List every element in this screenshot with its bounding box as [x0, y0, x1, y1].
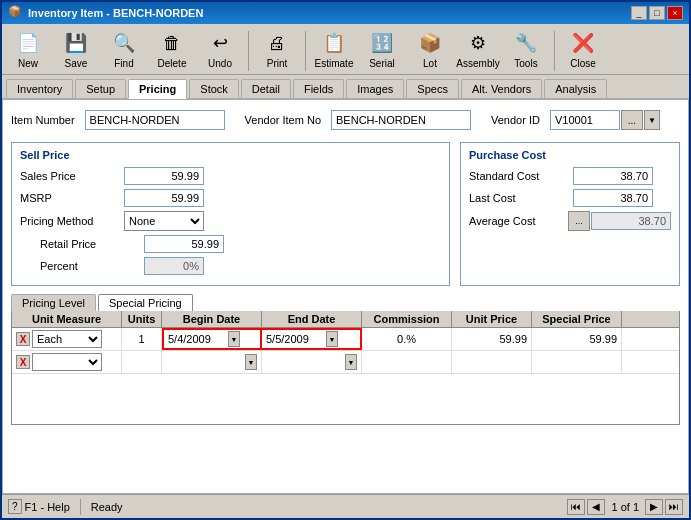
close-toolbar-icon: ❌: [569, 29, 597, 57]
lot-button[interactable]: 📦 Lot: [408, 27, 452, 71]
end-date-dropdown-1[interactable]: ▼: [326, 331, 338, 347]
sell-price-title: Sell Price: [20, 149, 441, 161]
nav-first-button[interactable]: ⏮: [567, 499, 585, 515]
begin-date-dropdown-1[interactable]: ▼: [228, 331, 240, 347]
msrp-row: MSRP: [20, 189, 441, 207]
separator-3: [554, 31, 555, 71]
new-icon: 📄: [14, 29, 42, 57]
sales-price-input[interactable]: [124, 167, 204, 185]
serial-button[interactable]: 🔢 Serial: [360, 27, 404, 71]
cell-measure-1: X Each: [12, 328, 122, 350]
tab-stock[interactable]: Stock: [189, 79, 239, 98]
row-delete-button-1[interactable]: X: [16, 332, 30, 346]
begin-date-input-1[interactable]: [168, 333, 228, 345]
serial-icon: 🔢: [368, 29, 396, 57]
item-number-label: Item Number: [11, 114, 75, 126]
tab-fields[interactable]: Fields: [293, 79, 344, 98]
inner-tab-bar: Pricing Level Special Pricing: [11, 294, 680, 311]
undo-button[interactable]: ↩ Undo: [198, 27, 242, 71]
tab-images[interactable]: Images: [346, 79, 404, 98]
cell-commission-2: [362, 351, 452, 373]
tab-detail[interactable]: Detail: [241, 79, 291, 98]
toolbar: 📄 New 💾 Save 🔍 Find 🗑 Delete ↩ Undo 🖨 Pr…: [2, 24, 689, 75]
header-unit-measure: Unit Measure: [12, 311, 122, 327]
table-row: X Each ▼ ▼ 0.%: [12, 328, 679, 351]
cell-begin-date-2: ▼: [162, 351, 262, 373]
tools-button[interactable]: 🔧 Tools: [504, 27, 548, 71]
header-end-date: End Date: [262, 311, 362, 327]
measure-select-2[interactable]: [32, 353, 102, 371]
pricing-method-select[interactable]: None: [124, 211, 204, 231]
nav-prev-button[interactable]: ◀: [587, 499, 605, 515]
inner-tab-pricing-level[interactable]: Pricing Level: [11, 294, 96, 311]
nav-next-button[interactable]: ▶: [645, 499, 663, 515]
retail-price-label: Retail Price: [40, 238, 140, 250]
sell-price-panel: Sell Price Sales Price MSRP Pricing Meth…: [11, 142, 450, 286]
title-bar: 📦 Inventory Item - BENCH-NORDEN _ □ ×: [2, 2, 689, 24]
standard-cost-input[interactable]: [573, 167, 653, 185]
status-separator-1: [80, 499, 81, 515]
header-unit-price: Unit Price: [452, 311, 532, 327]
average-cost-browse[interactable]: ...: [568, 211, 590, 231]
find-icon: 🔍: [110, 29, 138, 57]
header-commission: Commission: [362, 311, 452, 327]
msrp-input[interactable]: [124, 189, 204, 207]
tab-inventory[interactable]: Inventory: [6, 79, 73, 98]
retail-price-input[interactable]: [144, 235, 224, 253]
estimate-button[interactable]: 📋 Estimate: [312, 27, 356, 71]
outer-tab-bar: Inventory Setup Pricing Stock Detail Fie…: [2, 75, 689, 100]
close-button[interactable]: ×: [667, 6, 683, 20]
percent-label: Percent: [40, 260, 140, 272]
header-units: Units: [122, 311, 162, 327]
delete-button[interactable]: 🗑 Delete: [150, 27, 194, 71]
maximize-button[interactable]: □: [649, 6, 665, 20]
save-button[interactable]: 💾 Save: [54, 27, 98, 71]
close-toolbar-button[interactable]: ❌ Close: [561, 27, 605, 71]
new-button[interactable]: 📄 New: [6, 27, 50, 71]
help-label: F1 - Help: [25, 501, 70, 513]
separator-1: [248, 31, 249, 71]
find-button[interactable]: 🔍 Find: [102, 27, 146, 71]
measure-select-1[interactable]: Each: [32, 330, 102, 348]
vendor-dropdown-button[interactable]: ▼: [644, 110, 660, 130]
current-page: 1: [611, 501, 617, 513]
total-pages: 1: [633, 501, 639, 513]
last-cost-input[interactable]: [573, 189, 653, 207]
header-begin-date: Begin Date: [162, 311, 262, 327]
tab-specs[interactable]: Specs: [406, 79, 459, 98]
tab-analysis[interactable]: Analysis: [544, 79, 607, 98]
assembly-button[interactable]: ⚙ Assembly: [456, 27, 500, 71]
tab-pricing[interactable]: Pricing: [128, 79, 187, 99]
item-number-input[interactable]: [85, 110, 225, 130]
special-pricing-grid: Unit Measure Units Begin Date End Date C…: [11, 311, 680, 425]
print-button[interactable]: 🖨 Print: [255, 27, 299, 71]
vendor-id-label: Vendor ID: [491, 114, 540, 126]
help-text: ? F1 - Help: [8, 499, 70, 514]
inner-tab-special-pricing[interactable]: Special Pricing: [98, 294, 193, 311]
unit-price-value-1: 59.99: [499, 333, 527, 345]
units-input-1[interactable]: [126, 333, 157, 345]
vendor-item-no-input[interactable]: [331, 110, 471, 130]
tab-alt-vendors[interactable]: Alt. Vendors: [461, 79, 542, 98]
begin-date-dropdown-2[interactable]: ▼: [245, 354, 257, 370]
assembly-icon: ⚙: [464, 29, 492, 57]
undo-icon: ↩: [206, 29, 234, 57]
purchase-cost-panel: Purchase Cost Standard Cost Last Cost Av…: [460, 142, 680, 286]
standard-cost-row: Standard Cost: [469, 167, 671, 185]
percent-input[interactable]: [144, 257, 204, 275]
end-date-dropdown-2[interactable]: ▼: [345, 354, 357, 370]
cell-unit-price-2: [452, 351, 532, 373]
tab-setup[interactable]: Setup: [75, 79, 126, 98]
minimize-button[interactable]: _: [631, 6, 647, 20]
cell-begin-date-1: ▼: [162, 328, 262, 350]
nav-last-button[interactable]: ⏭: [665, 499, 683, 515]
app-icon: 📦: [8, 5, 24, 21]
vendor-id-input[interactable]: [550, 110, 620, 130]
window-title: Inventory Item - BENCH-NORDEN: [28, 7, 631, 19]
main-content: Item Number Vendor Item No Vendor ID ...…: [2, 100, 689, 494]
row-delete-button-2[interactable]: X: [16, 355, 30, 369]
percent-row: Percent: [40, 257, 441, 275]
vendor-browse-button[interactable]: ...: [621, 110, 643, 130]
window-controls: _ □ ×: [631, 6, 683, 20]
end-date-input-1[interactable]: [266, 333, 326, 345]
